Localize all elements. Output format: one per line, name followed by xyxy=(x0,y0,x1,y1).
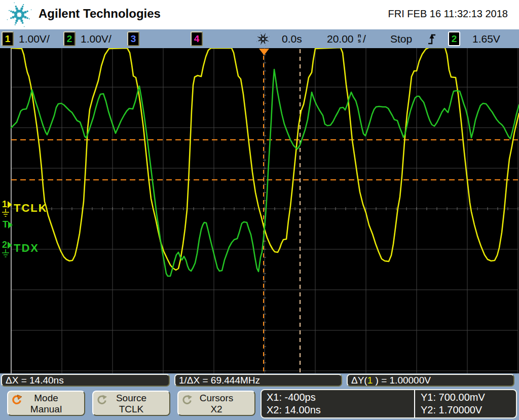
inverse-delta-x-readout: 1/ΔX = 69.444MHz xyxy=(174,374,342,387)
channel-1-ground-icon xyxy=(2,209,10,218)
softkey-mode-button[interactable]: Mode Manual xyxy=(7,391,85,416)
waveform-plot xyxy=(0,48,519,373)
channel-2-signal-label: TDX xyxy=(14,242,39,255)
brand-title: Agilent Technologies xyxy=(39,7,161,21)
cursor-readout-panel: X1: -400ps X2: 14.00ns Y1: 700.00mV Y2: … xyxy=(261,389,517,418)
trigger-level-marker: T xyxy=(3,220,8,228)
channel-1-marker-label: 1 xyxy=(2,200,7,208)
channel-2-ground-icon xyxy=(2,249,10,258)
cursor-y1-readout: Y1: 700.00mV xyxy=(421,392,485,403)
channel-2-scale: 1.00V/ xyxy=(81,33,112,45)
status-bar: 1 1.00V/ 2 1.00V/ 3 4 0.0s 20.00 n s / S… xyxy=(0,29,519,48)
system-starburst-icon xyxy=(255,31,271,47)
softkey-menu-bar: Mode Manual Source TCLK Cursors X2 X1: -… xyxy=(0,388,519,420)
channel-1-signal-label: TCLK xyxy=(14,202,48,215)
cursor-y2-readout: Y2: 1.70000V xyxy=(421,404,482,416)
timebase-unit: n s xyxy=(356,33,362,43)
top-bar: Agilent Technologies FRI FEB 16 11:32:13… xyxy=(0,0,519,29)
timebase-slash: / xyxy=(363,33,366,45)
softkey-cursors-value: X2 xyxy=(178,404,254,415)
softkey-source-label: Source xyxy=(93,393,169,404)
softkey-cursors-label: Cursors xyxy=(178,393,254,404)
trigger-source-badge: 2 xyxy=(448,31,460,46)
acquisition-state: Stop xyxy=(390,33,412,45)
timebase-value: 20.00 xyxy=(327,33,354,45)
datetime-display: FRI FEB 16 11:32:13 2018 xyxy=(388,8,508,20)
softkey-source-value: TCLK xyxy=(93,404,169,415)
channel-2-marker-arrow-icon xyxy=(8,242,12,249)
waveform-display: T 1 TCLK 2 TDX xyxy=(0,48,519,373)
channel-3-badge: 3 xyxy=(127,31,139,46)
softkey-source-button[interactable]: Source TCLK xyxy=(92,391,170,416)
waveform-trace-tclk xyxy=(11,48,519,270)
time-reference-marker-icon xyxy=(259,49,269,55)
timebase-unit-bottom: s xyxy=(356,38,362,43)
delta-y-readout: ΔY(1 ) = 1.00000V xyxy=(347,374,514,387)
softkey-cursors-button[interactable]: Cursors X2 xyxy=(177,391,255,416)
trigger-slope-icon xyxy=(427,32,437,46)
channel-1-badge: 1 xyxy=(2,31,14,46)
readout-divider xyxy=(414,390,415,417)
delta-y-prefix: ΔY( xyxy=(351,375,367,386)
waveform-trace-tdx xyxy=(11,69,519,276)
delta-y-suffix: ) = 1.00000V xyxy=(373,375,431,386)
delta-y-channel: 1 xyxy=(367,375,373,386)
channel-2-marker-label: 2 xyxy=(2,241,7,249)
softkey-mode-value: Manual xyxy=(8,404,84,415)
horizontal-delay: 0.0s xyxy=(282,33,302,45)
trigger-marker-label: T xyxy=(3,219,8,230)
delta-x-readout: ΔX = 14.40ns xyxy=(1,374,170,387)
channel-2-badge: 2 xyxy=(63,31,76,46)
cursor-x1-readout: X1: -400ps xyxy=(267,392,316,403)
cursor-x2-readout: X2: 14.00ns xyxy=(267,404,321,416)
agilent-logo-icon xyxy=(3,0,35,29)
softkey-mode-label: Mode xyxy=(8,393,84,404)
trigger-level: 1.65V xyxy=(472,33,500,45)
trigger-marker-arrow-icon xyxy=(8,221,13,228)
channel-1-scale: 1.00V/ xyxy=(19,33,50,45)
channel-1-marker-arrow-icon xyxy=(8,201,12,208)
measurement-bar: ΔX = 14.40ns 1/ΔX = 69.444MHz ΔY(1 ) = 1… xyxy=(0,373,519,388)
channel-4-badge: 4 xyxy=(191,31,203,46)
